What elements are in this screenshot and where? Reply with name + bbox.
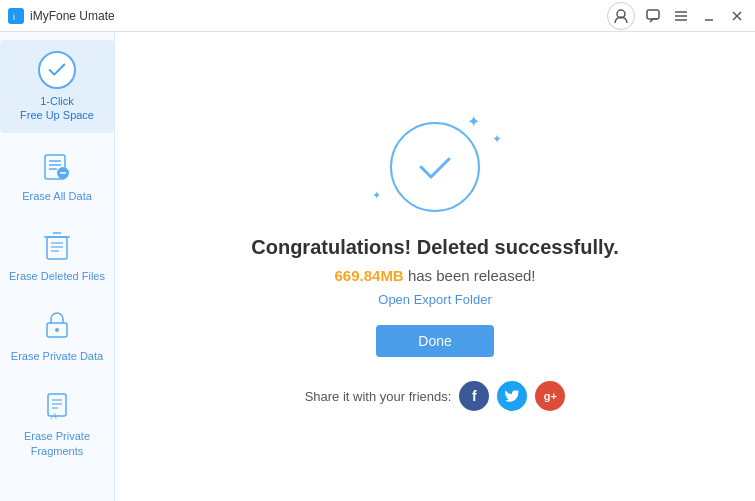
facebook-share-button[interactable]: f (459, 381, 489, 411)
open-export-folder-link[interactable]: Open Export Folder (378, 292, 491, 307)
user-icon[interactable] (607, 2, 635, 30)
sidebar-item-erase-all-data[interactable]: Erase All Data (0, 135, 114, 213)
twitter-share-button[interactable] (497, 381, 527, 411)
free-up-space-icon (37, 50, 77, 90)
app-logo: i (8, 8, 24, 24)
main-layout: 1-Click Free Up Space Erase All Data (0, 32, 755, 501)
titlebar: i iMyFone Umate (0, 0, 755, 32)
sidebar-label-erase-private-data: Erase Private Data (11, 349, 103, 363)
sparkle-icon-2: ✦ (492, 132, 502, 146)
svg-rect-0 (10, 10, 22, 22)
sidebar-label-erase-deleted-files: Erase Deleted Files (9, 269, 105, 283)
app-title: iMyFone Umate (30, 9, 115, 23)
titlebar-left: i iMyFone Umate (8, 8, 115, 24)
close-button[interactable] (727, 6, 747, 26)
erase-private-data-icon (37, 305, 77, 345)
congrats-text: Congratulations! Deleted successfully. (251, 236, 619, 259)
erase-private-fragments-icon: A (37, 385, 77, 425)
released-suffix: has been released! (404, 267, 536, 284)
svg-rect-16 (47, 237, 67, 259)
facebook-icon: f (472, 388, 477, 404)
sidebar-label-erase-private-fragments: Erase Private Fragments (24, 429, 90, 458)
chat-icon[interactable] (643, 6, 663, 26)
released-text: 669.84MB has been released! (335, 267, 536, 284)
twitter-icon (504, 388, 520, 404)
svg-text:A: A (50, 411, 57, 421)
sidebar-item-erase-deleted-files[interactable]: Erase Deleted Files (0, 215, 114, 293)
success-circle (390, 122, 480, 212)
sparkle-icon-3: ✦ (372, 189, 381, 202)
share-label: Share it with your friends: (305, 389, 452, 404)
minimize-button[interactable] (699, 6, 719, 26)
svg-point-23 (55, 328, 59, 332)
success-area: ✦ ✦ ✦ (390, 122, 480, 212)
svg-rect-3 (647, 10, 659, 19)
erase-deleted-files-icon (37, 225, 77, 265)
sidebar-item-free-up-space[interactable]: 1-Click Free Up Space (0, 40, 114, 133)
svg-text:i: i (13, 12, 15, 22)
menu-icon[interactable] (671, 6, 691, 26)
content-area: ✦ ✦ ✦ Congratulations! Deleted successfu… (115, 32, 755, 501)
sidebar-item-erase-private-fragments[interactable]: A Erase Private Fragments (0, 375, 114, 468)
done-button[interactable]: Done (376, 325, 493, 357)
sidebar-label-free-up-space: 1-Click Free Up Space (20, 94, 94, 123)
released-size: 669.84MB (335, 267, 404, 284)
googleplus-share-button[interactable]: g+ (535, 381, 565, 411)
titlebar-controls (607, 2, 747, 30)
sidebar-item-erase-private-data[interactable]: Erase Private Data (0, 295, 114, 373)
share-section: Share it with your friends: f g+ (305, 381, 566, 411)
sidebar-label-erase-all-data: Erase All Data (22, 189, 92, 203)
googleplus-icon: g+ (544, 390, 557, 402)
sidebar: 1-Click Free Up Space Erase All Data (0, 32, 115, 501)
sparkle-icon-1: ✦ (467, 112, 480, 131)
erase-all-data-icon (37, 145, 77, 185)
